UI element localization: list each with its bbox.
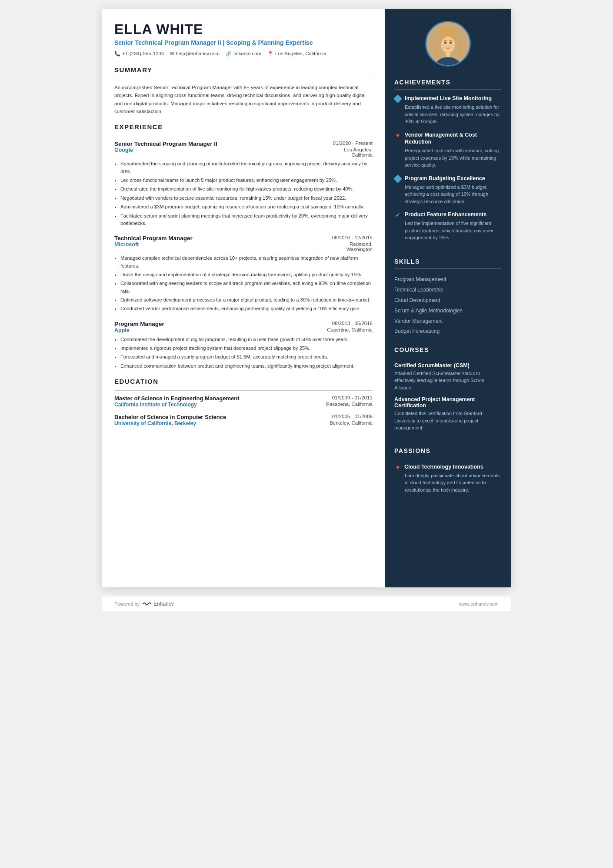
- course-pmp: Advanced Project Management Certificatio…: [394, 396, 501, 432]
- passion-cloud: ♥ Cloud Technology Innovations I am deep…: [394, 463, 501, 494]
- diamond-icon-2: [394, 175, 401, 182]
- achievement-budget-title: Program Budgeting Excellence: [405, 175, 485, 182]
- job-location-google: Los Angeles,California: [344, 147, 373, 158]
- bullet-google-6: Facilitated scrum and sprint planning me…: [120, 212, 373, 228]
- heart-icon-2: ♥: [394, 464, 401, 471]
- skill-budget: Budget Forecasting: [394, 326, 501, 336]
- skill-program-mgmt: Program Management·: [394, 274, 501, 285]
- achievement-product: ✔ Product Feature Enhancements Led the i…: [394, 211, 501, 241]
- skill-cloud-dev: Cloud Development·: [394, 295, 501, 305]
- bullet-apple-2: Implemented a rigorous project tracking …: [120, 345, 373, 352]
- candidate-name: ELLA WHITE: [114, 22, 373, 37]
- job-title-microsoft: Technical Program Manager: [114, 235, 193, 241]
- edu-location-caltech: Pasadena, California: [326, 402, 373, 408]
- bullet-ms-1: Managed complex technical dependencies a…: [120, 255, 373, 270]
- education-divider: [114, 390, 373, 391]
- skill-label-4: Scrum & Agile Methodologies: [394, 308, 463, 314]
- achievements-title: ACHIEVEMENTS: [394, 79, 501, 86]
- summary-text: An accomplished Senior Technical Program…: [114, 84, 373, 116]
- edu-header-caltech: Master of Science in Engineering Managem…: [114, 395, 373, 402]
- bullet-google-3: Orchestrated the implementation of live …: [120, 185, 373, 193]
- edu-degree-caltech: Master of Science in Engineering Managem…: [114, 395, 240, 402]
- achievement-monitoring-header: Implemented Live Site Monitoring: [394, 95, 501, 102]
- company-name-google: Google: [114, 147, 133, 158]
- experience-title: EXPERIENCE: [114, 123, 373, 131]
- skills-divider: [394, 268, 501, 269]
- education-title: EDUCATION: [114, 378, 373, 385]
- achievements-divider: [394, 89, 501, 90]
- left-column: ELLA WHITE Senior Technical Program Mana…: [102, 9, 385, 587]
- achievement-budget-desc: Managed and optimized a $3M budget, achi…: [394, 184, 501, 205]
- footer-brand: Powered by Enhancv: [114, 601, 174, 607]
- exp-header-google: Senior Technical Program Manager II 01/2…: [114, 141, 373, 147]
- edu-dates-ucb: 01/2005 - 01/2009: [332, 414, 373, 420]
- bullet-google-1: Spearheaded the scoping and planning of …: [120, 160, 373, 175]
- skill-tech-leadership: Technical Leadership·: [394, 285, 501, 295]
- exp-entry-google: Senior Technical Program Manager II 01/2…: [114, 141, 373, 227]
- skill-dot-4: ·: [500, 307, 501, 314]
- achievement-product-desc: Led the implementation of five significa…: [394, 220, 501, 241]
- location-icon: 📍: [267, 51, 273, 57]
- avatar-image: [426, 22, 470, 65]
- enhancv-brand-name: Enhancv: [153, 601, 174, 607]
- bullet-ms-2: Drove the design and implementation of a…: [120, 271, 373, 278]
- edu-entry-caltech: Master of Science in Engineering Managem…: [114, 395, 373, 408]
- website-url: linkedin.com: [233, 51, 261, 56]
- phone-icon: 📞: [114, 51, 120, 57]
- exp-header-microsoft: Technical Program Manager 06/2016 - 12/2…: [114, 235, 373, 241]
- svg-point-5: [450, 42, 452, 44]
- courses-divider: [394, 357, 501, 357]
- achievement-vendor: ♥ Vendor Management & Cost Reduction Ren…: [394, 131, 501, 169]
- right-column: ACHIEVEMENTS Implemented Live Site Monit…: [385, 9, 511, 587]
- phone-number: +1-(234)-555-1234: [122, 51, 164, 56]
- experience-divider: [114, 136, 373, 136]
- passions-divider: [394, 458, 501, 458]
- enhancv-logo-icon: [142, 601, 152, 607]
- achievement-product-header: ✔ Product Feature Enhancements: [394, 211, 501, 218]
- contact-info: 📞 +1-(234)-555-1234 ✉ help@enhancv.com 🔗…: [114, 51, 373, 57]
- exp-entry-apple: Program Manager 08/2013 - 05/2016 Apple …: [114, 321, 373, 370]
- passions-section: PASSIONS ♥ Cloud Technology Innovations …: [385, 444, 511, 505]
- footer-website: www.enhancv.com: [459, 601, 499, 607]
- skills-title: SKILLS: [394, 258, 501, 265]
- company-name-microsoft: Microsoft: [114, 241, 139, 252]
- bullet-ms-5: Conducted vendor performance assessments…: [120, 305, 373, 312]
- job-location-microsoft: Redmond,Washington: [346, 241, 373, 252]
- exp-entry-microsoft: Technical Program Manager 06/2016 - 12/2…: [114, 235, 373, 313]
- edu-degree-ucb: Bachelor of Science in Computer Science: [114, 414, 226, 420]
- link-icon: 🔗: [226, 51, 232, 57]
- skill-dot-5: ·: [500, 318, 501, 325]
- skill-label-6: Budget Forecasting: [394, 328, 440, 334]
- passion-cloud-desc: I am deeply passionate about advancement…: [394, 472, 501, 494]
- skills-section: SKILLS Program Management· Technical Lea…: [385, 255, 511, 343]
- summary-title: SUMMARY: [114, 66, 373, 74]
- achievement-budget-header: Program Budgeting Excellence: [394, 175, 501, 182]
- skill-label-1: Program Management: [394, 276, 446, 282]
- achievement-vendor-header: ♥ Vendor Management & Cost Reduction: [394, 131, 501, 146]
- job-location-apple: Cupertino, California: [327, 327, 373, 333]
- education-section: EDUCATION Master of Science in Engineeri…: [114, 378, 373, 426]
- skill-label-3: Cloud Development: [394, 297, 440, 303]
- header-section: ELLA WHITE Senior Technical Program Mana…: [114, 22, 373, 57]
- diamond-icon-1: [394, 95, 401, 102]
- heart-icon-1: ♥: [394, 132, 401, 139]
- achievement-vendor-title: Vendor Management & Cost Reduction: [405, 131, 501, 146]
- summary-section: SUMMARY An accomplished Senior Technical…: [114, 66, 373, 116]
- course-scrum-title: Certified ScrumMaster (CSM): [394, 362, 501, 369]
- achievement-monitoring-desc: Established a live site monitoring solut…: [394, 104, 501, 125]
- course-pmp-desc: Completed this certification from Stanfo…: [394, 410, 501, 432]
- bullet-google-2: Led cross-functional teams to launch 5 m…: [120, 177, 373, 184]
- achievement-monitoring-title: Implemented Live Site Monitoring: [405, 95, 492, 102]
- bullet-apple-3: Forecasted and managed a yearly program …: [120, 353, 373, 361]
- achievement-product-title: Product Feature Enhancements: [405, 211, 486, 218]
- location-text: Los Angeles, California: [275, 51, 326, 56]
- course-pmp-title: Advanced Project Management Certificatio…: [394, 396, 501, 409]
- bullet-list-google: Spearheaded the scoping and planning of …: [114, 160, 373, 227]
- website-item: 🔗 linkedin.com: [226, 51, 261, 57]
- footer: Powered by Enhancv www.enhancv.com: [102, 596, 511, 611]
- course-scrum: Certified ScrumMaster (CSM) Attained Cer…: [394, 362, 501, 392]
- edu-entry-ucb: Bachelor of Science in Computer Science …: [114, 414, 373, 426]
- skill-label-2: Technical Leadership: [394, 287, 443, 293]
- enhancv-logo: Enhancv: [142, 601, 174, 607]
- bullet-list-microsoft: Managed complex technical dependencies a…: [114, 255, 373, 313]
